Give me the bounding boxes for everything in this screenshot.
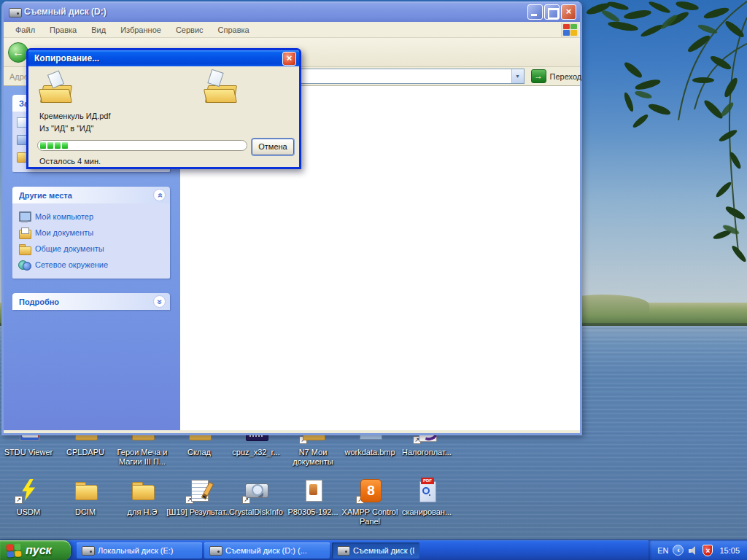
menu-item[interactable]: Избранное xyxy=(113,26,169,34)
taskbar: пуск Локальный диск (E:)Съемный диск (D:… xyxy=(0,540,747,560)
magnifier-icon xyxy=(422,487,430,494)
menu-item[interactable]: Правка xyxy=(42,26,84,34)
drive-icon xyxy=(209,545,222,555)
details-header[interactable]: Подробно xyxy=(12,293,170,310)
volume-icon[interactable] xyxy=(688,545,698,556)
back-button[interactable] xyxy=(8,42,28,63)
desktop-icon-label: сканирован... xyxy=(393,508,460,517)
chevron-down-icon[interactable] xyxy=(153,295,166,308)
taskbar-button-label: Локальный диск (E:) xyxy=(98,546,174,555)
address-dropdown-icon[interactable] xyxy=(511,69,524,83)
lightning-icon xyxy=(15,478,42,502)
sidebar-link[interactable]: Мой компьютер xyxy=(17,209,167,225)
other-places-body: Мой компьютерМои документыОбщие документ… xyxy=(12,203,170,279)
shortcut-arrow-icon xyxy=(185,496,193,504)
sidebar-link[interactable]: Сетевое окружение xyxy=(17,257,167,273)
progress-block xyxy=(47,142,53,149)
window-title: Съемный диск (D:) xyxy=(24,7,527,17)
taskbar-button-label: Съемный диск (D:) (... xyxy=(225,546,307,555)
copy-file-name: Кременкуль ИД.pdf xyxy=(39,112,111,120)
xampp-icon xyxy=(357,478,383,502)
sidebar-link-label: Общие документы xyxy=(35,244,104,253)
collapse-chevron-icon[interactable] xyxy=(673,545,684,556)
go-arrow-icon xyxy=(531,69,546,83)
sidebar-link-label: Сетевое окружение xyxy=(35,260,108,269)
cancel-button[interactable]: Отмена xyxy=(252,139,294,155)
pdf-scan-icon xyxy=(414,478,440,502)
dialog-close-button[interactable]: × xyxy=(282,52,296,66)
other-places-header[interactable]: Другие места xyxy=(12,187,170,203)
shortcut-arrow-icon xyxy=(413,436,421,444)
menu-item[interactable]: Файл xyxy=(8,26,42,34)
language-indicator[interactable]: EN xyxy=(657,546,668,555)
drive-icon xyxy=(337,545,349,555)
menu-item[interactable]: Вид xyxy=(84,26,113,34)
shortcut-arrow-icon xyxy=(242,496,250,504)
shortcut-arrow-icon xyxy=(356,496,364,504)
source-folder-icon xyxy=(40,75,74,106)
taskbar-window-button[interactable]: Съемный диск (D:) xyxy=(332,542,419,559)
document-icon xyxy=(300,478,326,502)
security-shield-icon[interactable] xyxy=(703,545,713,556)
shared-documents-icon xyxy=(18,243,31,254)
copy-progress-dialog: Копирование... × Кременкуль ИД.pdf Из "И… xyxy=(26,48,301,169)
close-button[interactable]: × xyxy=(561,4,576,20)
chevron-up-icon[interactable] xyxy=(153,189,166,201)
my-computer-icon xyxy=(18,211,31,222)
shortcut-arrow-icon xyxy=(15,496,23,504)
sidebar-link[interactable]: Мои документы xyxy=(17,225,167,241)
folder-icon xyxy=(72,478,98,502)
other-places-title: Другие места xyxy=(19,191,153,200)
removable-drive-icon xyxy=(9,7,21,17)
time-remaining: Осталось 4 мин. xyxy=(39,157,101,166)
go-button[interactable]: Переход xyxy=(531,69,582,83)
clock: 15:05 xyxy=(719,546,740,555)
taskbar-button-label: Съемный диск (D:) xyxy=(353,546,414,555)
progress-block xyxy=(55,142,61,149)
progress-block xyxy=(40,142,46,149)
details-title: Подробно xyxy=(19,298,153,306)
drive-icon xyxy=(82,545,94,555)
maximize-button[interactable] xyxy=(544,4,560,20)
window-titlebar[interactable]: Съемный диск (D:) × xyxy=(4,1,580,22)
menu-item[interactable]: Справка xyxy=(211,26,257,34)
other-places-panel: Другие места Мой компьютерМои документыО… xyxy=(12,187,170,279)
menu-bar: ФайлПравкаВидИзбранноеСервисСправка xyxy=(4,22,580,38)
progress-block xyxy=(62,142,68,149)
menu-item[interactable]: Сервис xyxy=(169,26,211,34)
start-label: пуск xyxy=(26,544,52,557)
sidebar-link[interactable]: Общие документы xyxy=(17,241,167,257)
dialog-body: Кременкуль ИД.pdf Из "ИД" в "ИД" Отмена … xyxy=(28,66,299,169)
dialog-title: Копирование... xyxy=(34,53,282,63)
windows-logo-icon xyxy=(6,543,21,557)
system-tray: EN 15:05 xyxy=(649,540,747,560)
tree-branches xyxy=(578,0,747,292)
sidebar-link-label: Мои документы xyxy=(35,228,93,237)
go-label: Переход xyxy=(550,72,582,81)
folder-icon xyxy=(129,478,155,502)
copy-route: Из "ИД" в "ИД" xyxy=(39,124,93,133)
desktop-icon[interactable]: сканирован... xyxy=(393,478,460,517)
start-button[interactable]: пуск xyxy=(0,540,71,560)
copy-progress-bar xyxy=(37,140,247,151)
network-places-icon xyxy=(18,259,31,271)
my-documents-icon xyxy=(18,227,31,238)
taskbar-buttons: Локальный диск (E:)Съемный диск (D:) (..… xyxy=(77,542,419,559)
sidebar-link-label: Мой компьютер xyxy=(35,212,93,221)
notepad-pencil-icon xyxy=(186,478,212,502)
taskbar-window-button[interactable]: Съемный диск (D:) (... xyxy=(204,542,330,559)
desktop-icon-label: Налогоплат... xyxy=(393,448,460,457)
taskbar-window-button[interactable]: Локальный диск (E:) xyxy=(77,542,202,559)
minimize-button[interactable] xyxy=(527,4,543,20)
windows-logo-icon xyxy=(561,23,578,37)
dialog-titlebar[interactable]: Копирование... × xyxy=(28,50,299,66)
destination-folder-icon xyxy=(205,75,239,106)
disk-info-icon xyxy=(243,478,269,502)
shortcut-arrow-icon xyxy=(299,436,307,444)
details-panel: Подробно xyxy=(12,293,170,310)
